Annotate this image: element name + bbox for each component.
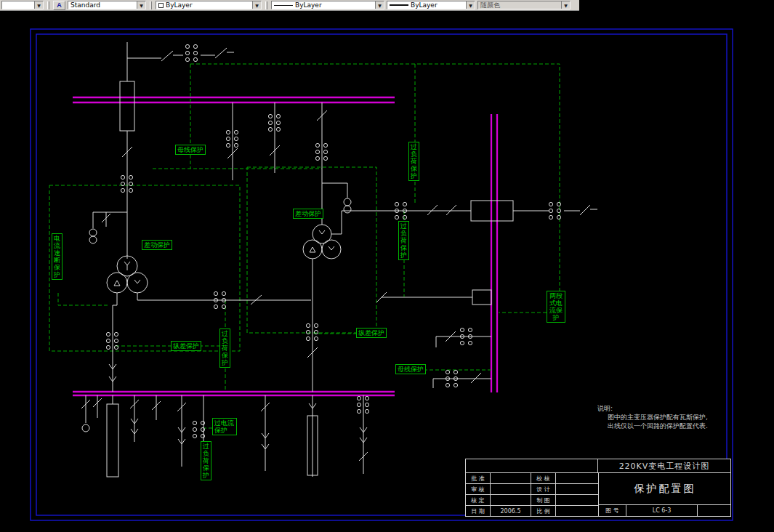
notes-heading: 说明: [597, 404, 708, 413]
cell-designed-value [556, 484, 598, 495]
text-style-value: Standard [68, 1, 137, 9]
label-busbar-protection-bottom: 母线保护 [395, 364, 426, 374]
titleblock-top-left-cell [466, 459, 598, 472]
circuit-lines [81, 42, 597, 477]
plotstyle-value: 随颜色 [478, 1, 561, 9]
protection-zones [49, 64, 560, 428]
cad-application: { "icons": { "dropdown": "▼", "text_styl… [0, 0, 774, 532]
label-overload-protection-bottom: 过负荷保护 [201, 441, 211, 480]
toolbar-grip[interactable] [265, 1, 267, 9]
label-long-diff-protection-left: 纵差保护 [171, 341, 201, 351]
cell-checked-label: 校 核 [531, 473, 556, 484]
cell-reviewed-label: 审 核 [466, 484, 491, 495]
dropdown-arrow-icon[interactable]: ▼ [137, 1, 145, 9]
label-overcurrent-protection: 过电流保护 [212, 418, 237, 435]
text-style-combo[interactable]: Standard ▼ [68, 1, 146, 9]
cell-scale-value [556, 506, 598, 517]
cell-date-value: 2006.5 [491, 506, 531, 517]
properties-toolbar: ▼ A Standard ▼ ByLayer ▼ ByLayer ▼ ByLay… [0, 0, 579, 11]
cell-date-label: 日 期 [466, 506, 491, 517]
dropdown-arrow-icon[interactable]: ▼ [252, 1, 261, 9]
cell-drafted-label: 制 图 [531, 495, 556, 506]
label-busbar-protection-top: 母线保护 [175, 145, 206, 155]
drawing-title: 保护配置图 [599, 473, 731, 505]
toolbar-grip[interactable] [47, 1, 49, 9]
cell-ratified-value [491, 495, 531, 506]
label-two-stage-current-protection: 两段式电流保护 [547, 291, 565, 323]
lineweight-combo[interactable]: ByLayer ▼ [387, 1, 475, 9]
notes-line-1: 图中的主变压器保护配有瓦斯保护, [608, 413, 708, 422]
color-swatch [158, 3, 164, 8]
drawing-notes: 说明: 图中的主变压器保护配有瓦斯保护, 出线仅以一个回路的保护配置代表. [597, 404, 708, 430]
cell-reviewed-value [491, 484, 531, 495]
plotstyle-combo: 随颜色 ▼ [477, 1, 571, 9]
dropdown-arrow-icon[interactable]: ▼ [34, 1, 43, 9]
dropdown-arrow-icon: ▼ [561, 1, 570, 9]
layer-combo-value [2, 1, 34, 9]
dropdown-arrow-icon[interactable]: ▼ [375, 1, 384, 9]
label-overload-protection-left: 过负荷保护 [219, 329, 230, 368]
drawing-number-extra-cell [698, 505, 731, 516]
cell-drafted-value [556, 495, 598, 506]
toolbar-grip[interactable] [150, 1, 152, 9]
titleblock-grid: 批 准 校 核 审 核 设 计 核 定 制 图 日 期 2006.5 比 例 [466, 473, 598, 517]
cell-approved-value [491, 473, 531, 484]
title-block: 220KV变电工程设计图 批 准 校 核 审 核 设 计 核 定 制 图 日 期… [465, 459, 731, 517]
label-long-diff-protection-right: 纵差保护 [356, 328, 387, 338]
label-current-cutoff-protection: 电流速断保护 [52, 233, 63, 280]
cell-approved-label: 批 准 [466, 473, 491, 484]
layer-combo[interactable]: ▼ [1, 1, 44, 9]
lineweight-sample-icon [390, 4, 408, 6]
project-title: 220KV变电工程设计图 [598, 459, 730, 472]
notes-line-2: 出线仅以一个回路的保护配置代表. [608, 422, 708, 430]
label-diff-protection-left: 差动保护 [142, 240, 172, 250]
text-style-button[interactable]: A [53, 1, 65, 10]
drawing-number-label: 图 号 [599, 505, 626, 516]
dropdown-arrow-icon[interactable]: ▼ [466, 1, 475, 9]
cell-checked-value [556, 473, 598, 484]
cell-scale-label: 比 例 [531, 506, 556, 517]
linetype-combo[interactable]: ByLayer ▼ [271, 1, 384, 9]
color-combo[interactable]: ByLayer ▼ [156, 1, 262, 9]
linetype-value: ByLayer [295, 1, 322, 9]
label-overload-protection-mid: 过负荷保护 [398, 221, 409, 260]
label-diff-protection-right: 差动保护 [293, 209, 323, 219]
lineweight-value: ByLayer [411, 1, 438, 9]
label-overload-protection-top: 过负荷保护 [408, 142, 419, 181]
linetype-sample-icon [274, 5, 293, 6]
drawing-canvas[interactable] [0, 0, 774, 532]
cell-designed-label: 设 计 [531, 484, 556, 495]
text-style-icon: A [57, 1, 62, 9]
color-value: ByLayer [166, 1, 193, 9]
drawing-number-value: LC 6-3 [626, 505, 698, 516]
cell-ratified-label: 核 定 [466, 495, 491, 506]
